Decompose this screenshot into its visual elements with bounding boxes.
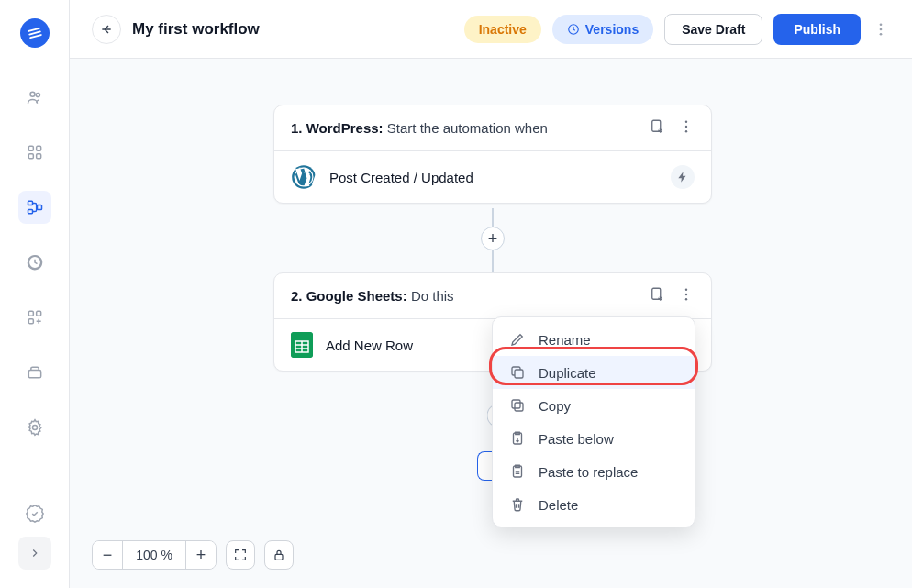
sidebar-item-apps[interactable] xyxy=(18,136,51,169)
step-action-label: Add New Row xyxy=(326,338,413,353)
zoom-out-button[interactable]: − xyxy=(93,541,122,569)
menu-item-delete[interactable]: Delete xyxy=(493,488,695,521)
topbar: My first workflow Inactive Versions Save… xyxy=(70,0,912,59)
sidebar-item-workflows[interactable] xyxy=(18,191,51,224)
svg-rect-5 xyxy=(36,154,40,159)
svg-point-17 xyxy=(880,28,883,30)
step-action-label: Post Created / Updated xyxy=(329,170,473,185)
back-button[interactable] xyxy=(92,15,121,44)
svg-rect-37 xyxy=(512,400,520,408)
step-more-icon[interactable] xyxy=(678,286,695,305)
paste-below-icon xyxy=(509,430,526,447)
publish-button[interactable]: Publish xyxy=(773,14,861,45)
fullscreen-button[interactable] xyxy=(226,540,255,570)
menu-item-paste-replace[interactable]: Paste to replace xyxy=(493,455,695,488)
sidebar xyxy=(0,0,70,588)
trash-icon xyxy=(509,496,526,513)
paste-replace-icon xyxy=(509,463,526,480)
step-more-icon[interactable] xyxy=(678,118,695,138)
sidebar-collapse-button[interactable] xyxy=(18,537,51,570)
menu-item-copy[interactable]: Copy xyxy=(493,389,695,422)
svg-rect-13 xyxy=(28,371,40,378)
svg-point-20 xyxy=(685,121,687,123)
sidebar-item-team[interactable] xyxy=(18,81,51,114)
menu-label: Copy xyxy=(539,398,571,414)
svg-rect-11 xyxy=(28,319,33,324)
svg-rect-36 xyxy=(515,403,523,411)
sidebar-item-verified[interactable] xyxy=(7,504,62,524)
step-number: 2. xyxy=(291,288,303,304)
clock-icon xyxy=(567,23,580,36)
step-body[interactable]: Post Created / Updated xyxy=(274,151,711,203)
svg-point-28 xyxy=(685,294,687,295)
status-badge: Inactive xyxy=(464,16,541,43)
menu-item-paste-below[interactable]: Paste below xyxy=(493,422,695,455)
step-desc: Do this xyxy=(411,288,454,304)
svg-rect-26 xyxy=(652,288,661,299)
step-desc: Start the automation when xyxy=(387,120,548,136)
zoom-level[interactable]: 100 % xyxy=(122,541,186,569)
step-number: 1. xyxy=(291,120,303,136)
svg-rect-2 xyxy=(28,146,33,150)
sidebar-item-history[interactable] xyxy=(18,246,51,279)
menu-label: Duplicate xyxy=(539,365,596,381)
step-app: WordPress: xyxy=(306,120,384,136)
versions-button[interactable]: Versions xyxy=(552,15,653,44)
versions-label: Versions xyxy=(585,22,639,37)
svg-point-21 xyxy=(685,126,687,128)
menu-item-rename[interactable]: Rename xyxy=(493,323,695,356)
svg-rect-10 xyxy=(28,311,33,316)
copy-icon xyxy=(509,397,526,414)
svg-point-29 xyxy=(685,298,687,300)
trigger-bolt-icon xyxy=(671,165,695,189)
duplicate-icon xyxy=(509,364,526,381)
save-draft-button[interactable]: Save Draft xyxy=(664,14,762,45)
svg-rect-19 xyxy=(652,120,661,131)
google-sheets-icon xyxy=(291,332,313,358)
sidebar-item-storage[interactable] xyxy=(18,356,51,389)
svg-rect-4 xyxy=(28,154,33,159)
sidebar-item-add-app[interactable] xyxy=(18,301,51,334)
step-app: Google Sheets: xyxy=(306,288,407,304)
rename-step-icon[interactable] xyxy=(649,286,665,305)
menu-item-duplicate[interactable]: Duplicate xyxy=(493,356,695,389)
svg-rect-6 xyxy=(28,201,32,205)
wordpress-icon xyxy=(291,164,317,190)
svg-point-16 xyxy=(880,23,883,26)
svg-rect-8 xyxy=(37,205,41,210)
svg-point-18 xyxy=(880,32,883,35)
menu-label: Paste below xyxy=(539,431,614,447)
step-card-1[interactable]: 1. WordPress: Start the automation when … xyxy=(273,105,712,204)
svg-rect-35 xyxy=(515,370,523,378)
svg-point-0 xyxy=(30,92,35,96)
context-menu: Rename Duplicate Copy Paste below Paste … xyxy=(492,316,695,527)
pencil-icon xyxy=(509,331,526,348)
lock-button[interactable] xyxy=(264,540,294,570)
svg-point-14 xyxy=(32,426,37,430)
menu-label: Paste to replace xyxy=(539,464,638,480)
sidebar-item-settings[interactable] xyxy=(18,411,51,444)
svg-point-27 xyxy=(685,289,687,291)
zoom-controls: − 100 % + xyxy=(92,540,294,570)
app-logo[interactable] xyxy=(20,18,50,48)
workflow-canvas[interactable]: 1. WordPress: Start the automation when … xyxy=(70,59,912,588)
svg-rect-12 xyxy=(36,311,40,316)
rename-step-icon[interactable] xyxy=(649,118,665,138)
step-header: 2. Google Sheets: Do this xyxy=(274,273,711,319)
svg-rect-40 xyxy=(275,554,283,560)
topbar-more-button[interactable] xyxy=(872,15,890,44)
svg-point-22 xyxy=(685,130,687,132)
step-header: 1. WordPress: Start the automation when xyxy=(274,105,711,151)
add-step-button[interactable]: + xyxy=(481,227,505,250)
workflow-title[interactable]: My first workflow xyxy=(132,20,260,39)
menu-label: Delete xyxy=(539,497,578,513)
menu-label: Rename xyxy=(539,332,591,348)
svg-point-1 xyxy=(36,93,39,96)
svg-rect-7 xyxy=(28,210,32,214)
zoom-in-button[interactable]: + xyxy=(186,541,216,569)
svg-rect-3 xyxy=(36,146,40,150)
